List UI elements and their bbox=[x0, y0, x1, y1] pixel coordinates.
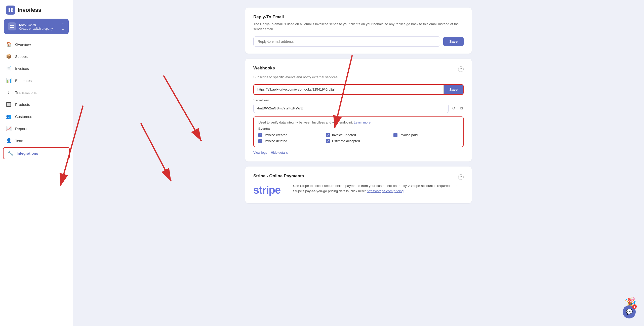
svg-rect-4 bbox=[10, 25, 12, 26]
reply-to-email-card: Reply-To Email The Reply-To email is use… bbox=[245, 8, 472, 54]
logo-area: Invoiless bbox=[0, 0, 73, 19]
chat-bubble: 🎉 💬 1 bbox=[623, 297, 636, 318]
sidebar-item-integrations[interactable]: 🔧 Integrations bbox=[3, 147, 70, 159]
team-icon: 👤 bbox=[6, 138, 12, 143]
chevron-icon: ⌃⌄ bbox=[61, 22, 65, 31]
invoices-icon: 📄 bbox=[6, 66, 12, 71]
estimates-icon: 📊 bbox=[6, 78, 12, 83]
svg-rect-7 bbox=[12, 27, 14, 28]
stripe-pricing-link[interactable]: https://stripe.com/pricing bbox=[367, 189, 404, 193]
checkbox-estimate-accepted[interactable]: ✓ bbox=[326, 139, 330, 143]
checkbox-invoice-paid[interactable]: ✓ bbox=[393, 133, 397, 137]
stripe-title: Stripe - Online Payments bbox=[253, 174, 304, 179]
stripe-header: Stripe - Online Payments ? bbox=[253, 174, 464, 181]
webhooks-title: Webhooks bbox=[253, 66, 275, 71]
svg-rect-3 bbox=[11, 10, 13, 12]
property-name: Mav Com bbox=[19, 23, 58, 27]
sidebar-item-estimates[interactable]: 📊 Estimates bbox=[0, 74, 73, 87]
sidebar-item-products[interactable]: 🔲 Products bbox=[0, 98, 73, 110]
stripe-help-icon[interactable]: ? bbox=[458, 174, 464, 180]
event-estimate-accepted: ✓ Estimate accepted bbox=[326, 139, 391, 143]
integrity-text: Used to verify data integrity between In… bbox=[258, 120, 459, 124]
chat-button[interactable]: 💬 1 bbox=[623, 305, 636, 318]
webhook-url-input[interactable] bbox=[254, 85, 444, 94]
reply-to-email-desc: The Reply-To email is used on all emails… bbox=[253, 22, 464, 32]
home-icon: 🏠 bbox=[6, 42, 12, 47]
hide-details-link[interactable]: Hide details bbox=[271, 151, 288, 154]
property-sub: Create or switch property bbox=[19, 27, 58, 30]
content-area: Reply-To Email The Reply-To email is use… bbox=[245, 0, 472, 216]
logo-icon bbox=[6, 6, 15, 15]
reply-to-email-title: Reply-To Email bbox=[253, 15, 464, 20]
svg-rect-0 bbox=[9, 8, 10, 10]
webhook-url-row: Save bbox=[253, 84, 464, 95]
integrations-icon: 🔧 bbox=[8, 150, 13, 156]
property-info: Mav Com Create or switch property bbox=[19, 23, 58, 30]
main-nav: 🏠 Overview 📦 Scopes 📄 Invoices 📊 Estimat… bbox=[0, 38, 73, 160]
event-invoice-updated: ✓ Invoice updated bbox=[326, 133, 391, 137]
events-box: Used to verify data integrity between In… bbox=[253, 116, 464, 147]
refresh-secret-key-button[interactable]: ↺ bbox=[451, 105, 456, 112]
svg-rect-1 bbox=[11, 8, 13, 10]
products-icon: 🔲 bbox=[6, 102, 12, 107]
reply-to-email-input[interactable] bbox=[253, 36, 440, 47]
transactions-icon: ↕ bbox=[6, 90, 12, 95]
secret-key-value: 4mE0W2mGSmvYteFojRsWE bbox=[253, 104, 449, 113]
customers-icon: 👥 bbox=[6, 114, 12, 119]
webhooks-desc: Subscribe to specific events and notify … bbox=[253, 75, 464, 80]
learn-more-link[interactable]: Learn more bbox=[354, 120, 370, 124]
sidebar-item-transactions[interactable]: ↕ Transactions bbox=[0, 87, 73, 98]
sidebar-item-overview[interactable]: 🏠 Overview bbox=[0, 38, 73, 50]
property-icon bbox=[8, 22, 16, 30]
events-label: Events: bbox=[258, 127, 459, 131]
webhook-save-button[interactable]: Save bbox=[444, 85, 463, 94]
view-logs-link[interactable]: View logs bbox=[253, 151, 267, 154]
sidebar: Invoiless Mav Com Create or switch prope… bbox=[0, 0, 73, 326]
stripe-desc: Use Stripe to collect secure online paym… bbox=[293, 183, 464, 194]
app-name: Invoiless bbox=[18, 7, 41, 13]
event-invoice-paid: ✓ Invoice paid bbox=[393, 133, 459, 137]
copy-secret-key-button[interactable]: ⧉ bbox=[459, 105, 464, 111]
events-grid: ✓ Invoice created ✓ Invoice updated ✓ In… bbox=[258, 133, 459, 143]
checkbox-invoice-updated[interactable]: ✓ bbox=[326, 133, 330, 137]
scopes-icon: 📦 bbox=[6, 54, 12, 59]
checkbox-invoice-created[interactable]: ✓ bbox=[258, 133, 262, 137]
stripe-card: Stripe - Online Payments ? stripe Use St… bbox=[245, 167, 472, 203]
sidebar-item-team[interactable]: 👤 Team bbox=[0, 135, 73, 147]
svg-rect-5 bbox=[12, 25, 14, 26]
stripe-logo: stripe bbox=[253, 183, 286, 196]
secret-key-label: Secret key: bbox=[253, 98, 464, 102]
webhooks-help-icon[interactable]: ? bbox=[458, 66, 464, 72]
svg-rect-2 bbox=[9, 10, 10, 12]
main-content: Reply-To Email The Reply-To email is use… bbox=[73, 0, 644, 326]
event-invoice-deleted: ✓ Invoice deleted bbox=[258, 139, 324, 143]
stripe-section: stripe Use Stripe to collect secure onli… bbox=[253, 183, 464, 196]
reply-to-email-input-row: Save bbox=[253, 36, 464, 47]
sidebar-item-invoices[interactable]: 📄 Invoices bbox=[0, 62, 73, 74]
event-invoice-created: ✓ Invoice created bbox=[258, 133, 324, 137]
sidebar-item-scopes[interactable]: 📦 Scopes bbox=[0, 50, 73, 62]
webhooks-header: Webhooks ? bbox=[253, 66, 464, 73]
sidebar-item-reports[interactable]: 📈 Reports bbox=[0, 123, 73, 135]
sidebar-item-customers[interactable]: 👥 Customers bbox=[0, 110, 73, 123]
property-switcher[interactable]: Mav Com Create or switch property ⌃⌄ bbox=[4, 19, 69, 34]
svg-rect-6 bbox=[10, 27, 12, 28]
reports-icon: 📈 bbox=[6, 126, 12, 131]
secret-key-row: 4mE0W2mGSmvYteFojRsWE ↺ ⧉ bbox=[253, 104, 464, 113]
chat-badge: 1 bbox=[632, 304, 637, 309]
webhooks-card: Webhooks ? Subscribe to specific events … bbox=[245, 59, 472, 161]
webhook-links: View logs Hide details bbox=[253, 151, 464, 154]
reply-to-email-save-button[interactable]: Save bbox=[443, 37, 464, 46]
checkbox-invoice-deleted[interactable]: ✓ bbox=[258, 139, 262, 143]
